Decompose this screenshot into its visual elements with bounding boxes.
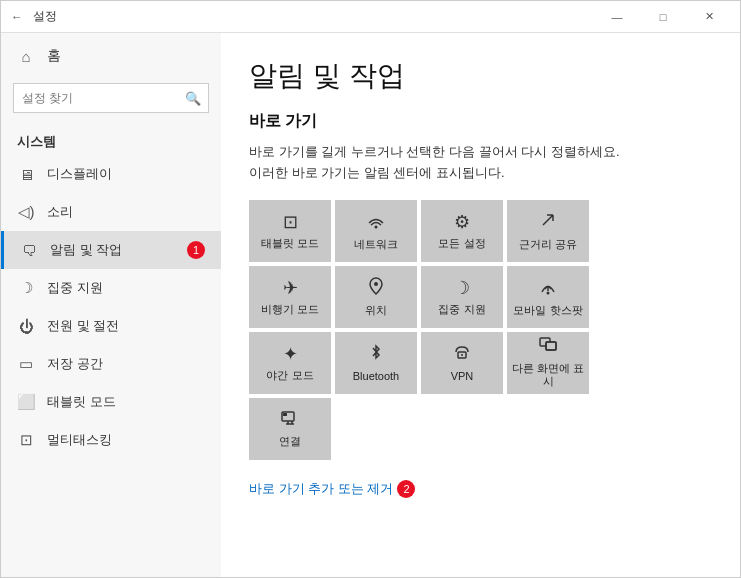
add-remove-shortcuts-link[interactable]: 바로 가기 추가 또는 제거 2 xyxy=(249,480,712,498)
tablet-icon: ⬜ xyxy=(17,393,35,411)
sidebar-item-display[interactable]: 🖥 디스플레이 xyxy=(1,155,221,193)
sidebar-item-focus[interactable]: ☽ 집중 지원 xyxy=(1,269,221,307)
shortcut-label: 위치 xyxy=(365,304,387,317)
sidebar-item-tablet[interactable]: ⬜ 태블릿 모드 xyxy=(1,383,221,421)
close-button[interactable]: ✕ xyxy=(686,1,732,33)
sidebar-item-sound[interactable]: ◁) 소리 xyxy=(1,193,221,231)
svg-point-2 xyxy=(547,291,550,294)
shortcut-vpn[interactable]: VPN xyxy=(421,332,503,394)
storage-icon: ▭ xyxy=(17,355,35,373)
titlebar-left: ← 설정 xyxy=(9,8,594,25)
shortcut-label: 비행기 모드 xyxy=(261,303,319,316)
add-link-badge: 2 xyxy=(397,480,415,498)
shortcut-focus-assist[interactable]: ☽ 집중 지원 xyxy=(421,266,503,328)
network-icon xyxy=(367,211,385,234)
svg-rect-6 xyxy=(546,342,556,350)
titlebar-controls: — □ ✕ xyxy=(594,1,732,33)
search-input[interactable] xyxy=(13,83,209,113)
sidebar-item-label: 저장 공간 xyxy=(47,355,103,373)
sidebar-item-notifications[interactable]: 🗨 알림 및 작업 1 xyxy=(1,231,221,269)
shortcut-label: 연결 xyxy=(279,435,301,448)
shortcut-night-mode[interactable]: ✦ 야간 모드 xyxy=(249,332,331,394)
power-icon: ⏻ xyxy=(17,318,35,335)
vpn-icon xyxy=(453,343,471,366)
maximize-button[interactable]: □ xyxy=(640,1,686,33)
shortcuts-grid: ⊡ 태블릿 모드 네트워크 ⚙ 모든 설정 xyxy=(249,200,712,460)
sidebar-item-label: 전원 및 절전 xyxy=(47,317,119,335)
shortcut-label: Bluetooth xyxy=(353,370,399,383)
shortcut-all-settings[interactable]: ⚙ 모든 설정 xyxy=(421,200,503,262)
multitasking-icon: ⊡ xyxy=(17,431,35,449)
shortcut-label: 야간 모드 xyxy=(266,369,313,382)
shortcut-nearby-share[interactable]: 근거리 공유 xyxy=(507,200,589,262)
focus-assist-icon: ☽ xyxy=(454,277,470,299)
airplane-icon: ✈ xyxy=(283,277,298,299)
second-screen-icon xyxy=(539,337,557,358)
svg-point-4 xyxy=(461,354,463,356)
tablet-mode-icon: ⊡ xyxy=(283,211,298,233)
search-icon: 🔍 xyxy=(185,91,201,106)
home-label: 홈 xyxy=(47,47,61,65)
sidebar-item-home[interactable]: ⌂ 홈 xyxy=(1,33,221,79)
sidebar-item-label: 멀티태스킹 xyxy=(47,431,112,449)
sidebar-section-title: 시스템 xyxy=(1,125,221,155)
shortcut-location[interactable]: 위치 xyxy=(335,266,417,328)
home-icon: ⌂ xyxy=(17,48,35,65)
content-area: 알림 및 작업 바로 가기 바로 가기를 길게 누르거나 선택한 다음 끌어서 … xyxy=(221,33,740,577)
nearby-share-icon xyxy=(539,211,557,234)
sidebar-item-label: 태블릿 모드 xyxy=(47,393,116,411)
window: ← 설정 — □ ✕ ⌂ 홈 🔍 시스템 🖥 디스플레이 xyxy=(0,0,741,578)
shortcut-mobile-hotspot[interactable]: 모바일 핫스팟 xyxy=(507,266,589,328)
sidebar-item-label: 소리 xyxy=(47,203,73,221)
shortcut-label: 모든 설정 xyxy=(438,237,485,250)
shortcut-network[interactable]: 네트워크 xyxy=(335,200,417,262)
mobile-hotspot-icon xyxy=(539,277,557,300)
sidebar-item-power[interactable]: ⏻ 전원 및 절전 xyxy=(1,307,221,345)
shortcut-label: 네트워크 xyxy=(354,238,398,251)
sound-icon: ◁) xyxy=(17,203,35,221)
bluetooth-icon xyxy=(369,343,383,366)
shortcut-label: 다른 화면에 표시 xyxy=(511,362,585,388)
location-icon xyxy=(368,277,384,300)
svg-point-1 xyxy=(374,282,378,286)
svg-rect-9 xyxy=(283,413,287,416)
sidebar-item-storage[interactable]: ▭ 저장 공간 xyxy=(1,345,221,383)
shortcut-airplane[interactable]: ✈ 비행기 모드 xyxy=(249,266,331,328)
svg-point-0 xyxy=(375,225,378,228)
shortcut-bluetooth[interactable]: Bluetooth xyxy=(335,332,417,394)
all-settings-icon: ⚙ xyxy=(454,211,470,233)
notifications-badge: 1 xyxy=(187,241,205,259)
display-icon: 🖥 xyxy=(17,166,35,183)
description: 바로 가기를 길게 누르거나 선택한 다음 끌어서 다시 정렬하세요. 이러한 … xyxy=(249,142,629,184)
connect-icon xyxy=(281,410,299,431)
sidebar-item-label: 집중 지원 xyxy=(47,279,103,297)
sidebar-item-multitasking[interactable]: ⊡ 멀티태스킹 xyxy=(1,421,221,459)
focus-icon: ☽ xyxy=(17,279,35,297)
sidebar-item-label: 알림 및 작업 xyxy=(50,241,122,259)
add-link-label: 바로 가기 추가 또는 제거 xyxy=(249,480,393,498)
page-title: 알림 및 작업 xyxy=(249,57,712,95)
main-content: ⌂ 홈 🔍 시스템 🖥 디스플레이 ◁) 소리 🗨 알림 및 작업 1 xyxy=(1,33,740,577)
shortcut-label: VPN xyxy=(451,370,474,383)
shortcut-label: 근거리 공유 xyxy=(519,238,577,251)
back-button[interactable]: ← xyxy=(9,9,25,25)
sidebar: ⌂ 홈 🔍 시스템 🖥 디스플레이 ◁) 소리 🗨 알림 및 작업 1 xyxy=(1,33,221,577)
shortcut-label: 모바일 핫스팟 xyxy=(513,304,582,317)
titlebar: ← 설정 — □ ✕ xyxy=(1,1,740,33)
night-mode-icon: ✦ xyxy=(283,343,298,365)
sidebar-item-label: 디스플레이 xyxy=(47,165,112,183)
sidebar-search-container: 🔍 xyxy=(13,83,209,113)
notifications-icon: 🗨 xyxy=(20,242,38,259)
section-title: 바로 가기 xyxy=(249,111,712,132)
shortcut-tablet-mode[interactable]: ⊡ 태블릿 모드 xyxy=(249,200,331,262)
shortcut-label: 집중 지원 xyxy=(438,303,485,316)
titlebar-title: 설정 xyxy=(33,8,57,25)
minimize-button[interactable]: — xyxy=(594,1,640,33)
shortcut-label: 태블릿 모드 xyxy=(261,237,319,250)
shortcut-second-screen[interactable]: 다른 화면에 표시 xyxy=(507,332,589,394)
shortcut-connect[interactable]: 연결 xyxy=(249,398,331,460)
